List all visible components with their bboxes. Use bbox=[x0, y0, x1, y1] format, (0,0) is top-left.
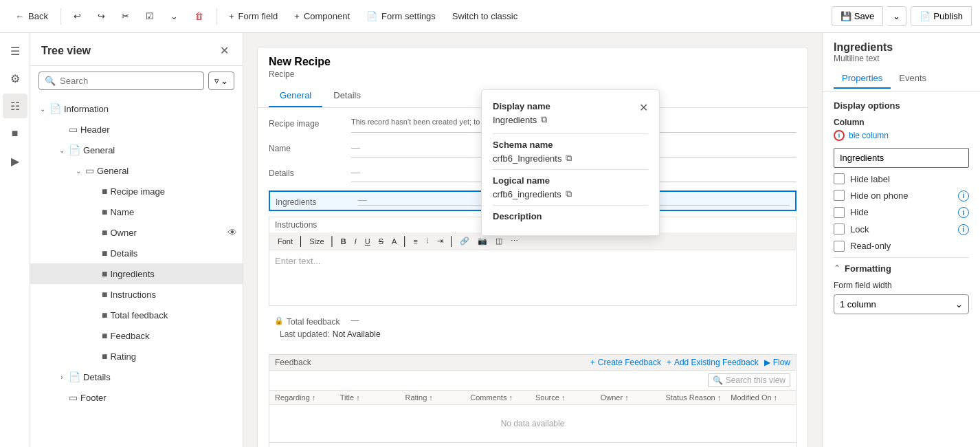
hide-info-icon[interactable]: i bbox=[958, 207, 969, 219]
logical-name-title: Logical name bbox=[493, 175, 648, 186]
create-feedback-button[interactable]: + Create Feedback bbox=[590, 358, 661, 367]
nav-flow-button[interactable]: ▶ bbox=[3, 149, 27, 173]
popup-divider-3 bbox=[493, 205, 648, 206]
tree-item-feedback[interactable]: ⌄ ■ Feedback bbox=[30, 325, 243, 346]
rt-size-button[interactable]: Size bbox=[307, 236, 326, 247]
cut-button[interactable]: ✂ bbox=[115, 7, 136, 25]
toolbar-separator-1 bbox=[60, 8, 61, 25]
component-button[interactable]: + Component bbox=[287, 7, 357, 25]
filter-button[interactable]: ▿ ⌄ bbox=[208, 72, 234, 90]
hide-label-checkbox[interactable] bbox=[834, 173, 845, 184]
lock-checkbox[interactable] bbox=[834, 224, 845, 235]
lock-label: Lock bbox=[850, 224, 953, 235]
rt-strikethrough-button[interactable]: S bbox=[376, 236, 386, 247]
tree-item-recipe-image[interactable]: ⌄ ■ Recipe image bbox=[30, 181, 243, 201]
back-button[interactable]: ← Back bbox=[8, 7, 55, 25]
copy-logical-name-button[interactable]: ⧉ bbox=[566, 188, 572, 199]
tree-item-footer[interactable]: ⌄ ▭ Footer bbox=[30, 387, 243, 408]
tab-events[interactable]: Events bbox=[891, 69, 935, 89]
tab-details[interactable]: Details bbox=[322, 85, 372, 107]
nav-apps-button[interactable]: ⚙ bbox=[3, 66, 27, 91]
tree-item-rating[interactable]: ⌄ ■ Rating bbox=[30, 346, 243, 367]
undo-button[interactable]: ↩ bbox=[67, 7, 88, 25]
tree-label: Information bbox=[64, 104, 237, 114]
rt-indent-button[interactable]: ⇥ bbox=[434, 235, 446, 247]
tree-item-details-group[interactable]: › 📄 Details bbox=[30, 367, 243, 387]
hide-on-phone-checkbox[interactable] bbox=[834, 190, 845, 201]
rt-table-button[interactable]: ◫ bbox=[493, 235, 505, 247]
rt-align-button[interactable]: ≡ bbox=[410, 236, 420, 247]
save-button[interactable]: 💾 Save bbox=[832, 6, 884, 26]
tree-item-total-feedback[interactable]: ⌄ ■ Total feedback bbox=[30, 305, 243, 325]
dropdown-button[interactable]: ⌄ bbox=[164, 7, 185, 25]
tree-search-container[interactable]: 🔍 bbox=[38, 72, 204, 90]
rt-image-button[interactable]: 📷 bbox=[475, 235, 490, 247]
component-label: Component bbox=[304, 11, 350, 21]
rt-bold-button[interactable]: B bbox=[338, 236, 349, 247]
redo-button[interactable]: ↪ bbox=[91, 7, 112, 25]
details-label: Details bbox=[269, 166, 351, 178]
tab-properties[interactable]: Properties bbox=[834, 69, 891, 89]
lock-info-icon[interactable]: i bbox=[958, 224, 969, 235]
hide-checkbox[interactable] bbox=[834, 207, 845, 218]
rt-sep3: │ bbox=[402, 236, 408, 246]
tree-item-name[interactable]: ⌄ ■ Name bbox=[30, 201, 243, 222]
rt-link-button[interactable]: 🔗 bbox=[457, 235, 472, 247]
tree-item-general-group[interactable]: ⌄ 📄 General bbox=[30, 140, 243, 160]
name-label: Name bbox=[269, 141, 351, 153]
rt-underline-button[interactable]: U bbox=[362, 236, 373, 247]
tab-general[interactable]: General bbox=[269, 85, 322, 107]
add-existing-feedback-button[interactable]: + Add Existing Feedback bbox=[667, 358, 759, 367]
feedback-search[interactable]: 🔍 Search this view bbox=[708, 373, 790, 387]
nav-menu-button[interactable]: ☰ bbox=[3, 39, 27, 63]
field-icon: ■ bbox=[102, 309, 107, 320]
plus-icon-2: + bbox=[294, 11, 300, 21]
column-btn-label: ble column bbox=[849, 131, 889, 140]
rt-list-button[interactable]: ⁝ bbox=[423, 235, 432, 247]
nav-data-button[interactable]: ■ bbox=[3, 121, 27, 146]
rich-text-body[interactable]: Enter text... bbox=[269, 250, 796, 305]
col-indicator[interactable]: i bbox=[834, 130, 845, 141]
form-field-width-label: Form field width bbox=[834, 281, 969, 290]
tree-item-general-sub[interactable]: ⌄ ▭ General bbox=[30, 160, 243, 181]
tree-item-instructions[interactable]: ⌄ ■ Instructions bbox=[30, 284, 243, 305]
tree-panel: Tree view ✕ 🔍 ▿ ⌄ ⌄ 📄 Information ⌄ bbox=[30, 33, 243, 447]
nav-layers-button[interactable]: ☷ bbox=[3, 94, 27, 118]
copy-display-name-button[interactable]: ⧉ bbox=[541, 114, 547, 125]
form-field-button[interactable]: + Form field bbox=[222, 7, 285, 25]
display-name-input[interactable]: Ingredients bbox=[834, 148, 969, 168]
flow-button[interactable]: ▶ Flow bbox=[764, 358, 790, 367]
tree-item-header[interactable]: ⌄ ▭ Header bbox=[30, 119, 243, 140]
formatting-section[interactable]: ⌃ Formatting bbox=[834, 263, 969, 274]
rt-italic-button[interactable]: I bbox=[352, 236, 359, 247]
rt-color-button[interactable]: A bbox=[389, 236, 399, 247]
switch-classic-button[interactable]: Switch to classic bbox=[445, 7, 524, 25]
save-dropdown-button[interactable]: ⌄ bbox=[887, 6, 906, 26]
chevron-down-icon: ⌄ bbox=[36, 105, 49, 113]
feedback-columns: Regarding ↑ Title ↑ Rating ↑ Comments ↑ … bbox=[269, 390, 797, 404]
rt-more-button[interactable]: ⋯ bbox=[508, 235, 521, 247]
form-settings-button[interactable]: 📄 Form settings bbox=[359, 7, 443, 25]
feedback-header: Feedback + Create Feedback + Add Existin… bbox=[269, 354, 797, 370]
delete-button[interactable]: 🗑 bbox=[188, 7, 210, 25]
col-source: Source ↑ bbox=[535, 393, 595, 402]
copy-button[interactable]: ☑ bbox=[139, 7, 161, 25]
hide-on-phone-info-icon[interactable]: i bbox=[958, 190, 969, 201]
read-only-checkbox[interactable] bbox=[834, 241, 845, 252]
tree-item-details-field[interactable]: ⌄ ■ Details bbox=[30, 243, 243, 263]
column-button[interactable]: ble column bbox=[849, 131, 889, 140]
hide-row: Hide i bbox=[834, 207, 969, 219]
create-icon: + bbox=[590, 358, 595, 367]
copy-schema-name-button[interactable]: ⧉ bbox=[566, 153, 572, 164]
tree-item-information[interactable]: ⌄ 📄 Information bbox=[30, 98, 243, 119]
search-input[interactable] bbox=[60, 76, 198, 86]
popup-close-button[interactable]: ✕ bbox=[639, 101, 648, 114]
rt-font-button[interactable]: Font bbox=[275, 236, 296, 247]
tree-item-owner[interactable]: ⌄ ■ Owner 👁 bbox=[30, 222, 243, 243]
form-field-width-select[interactable]: 1 column ⌄ bbox=[834, 294, 969, 314]
tree-close-button[interactable]: ✕ bbox=[217, 41, 232, 60]
publish-button[interactable]: 📄 Publish bbox=[911, 6, 972, 26]
lock-row: Lock i bbox=[834, 224, 969, 235]
tree-item-ingredients[interactable]: ⌄ ■ Ingredients bbox=[30, 263, 243, 284]
ingredients-label: Ingredients bbox=[276, 195, 358, 207]
